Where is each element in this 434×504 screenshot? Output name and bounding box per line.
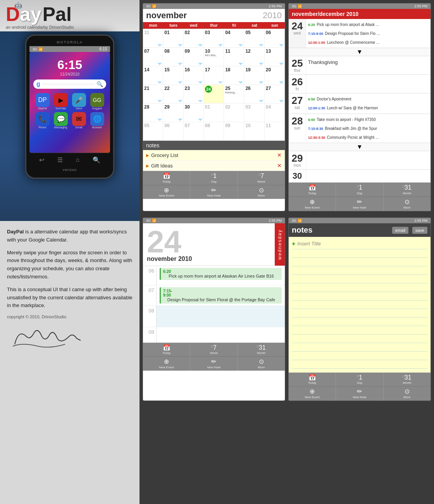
cal-day-03[interactable]: 03 [204, 29, 224, 48]
tb-newevent-day[interactable]: ⊕ New Event [143, 357, 190, 371]
cal-day-07[interactable]: 07 [143, 48, 163, 66]
cal-day-30[interactable]: 30 [184, 104, 204, 122]
cal-day-11[interactable]: 11 [224, 48, 244, 66]
tb-newnote-day[interactable]: ✏ New Note [190, 357, 238, 371]
tb-more-notes[interactable]: ⊙ More [384, 387, 431, 400]
cal-day-16[interactable]: 16 [184, 66, 204, 85]
ev-28-1[interactable]: 6:00 Take mom to airport - Flight #7350 [308, 115, 429, 123]
cal-day-25[interactable]: 25thanksg... [224, 85, 244, 104]
tb-newnote-week[interactable]: ✏ New Note [336, 197, 383, 211]
tb-newevent-month[interactable]: ⊕ New Event [143, 185, 190, 199]
tb-newnote-month[interactable]: ✏ New Note [190, 185, 238, 199]
app-icon-gmail[interactable]: ✉ [72, 112, 86, 126]
tb-week-day[interactable]: □7 Week [190, 343, 238, 357]
note-item-grocery[interactable]: ▶ Grocery List ✕ [143, 150, 285, 161]
app-icon-yt[interactable]: ▶ [54, 93, 68, 107]
cal-day-dec02[interactable]: 02 [224, 104, 244, 122]
cal-day-22[interactable]: 22 [163, 85, 183, 104]
cal-day-04[interactable]: 04 [224, 29, 244, 48]
cal-day-10[interactable]: 10Ali's Bda... [204, 48, 224, 66]
cal-day-01[interactable]: 01 [163, 29, 183, 48]
cal-day-dec04[interactable]: 04 [265, 104, 285, 122]
email-button[interactable]: email [392, 227, 408, 234]
note-editor-area[interactable]: + Insert Title [289, 237, 431, 373]
cal-day-dec06[interactable]: 06 [163, 122, 183, 141]
expand-arrow-28[interactable]: ▼ [289, 143, 431, 151]
cal-day-06[interactable]: 06 [265, 29, 285, 48]
cal-day-14[interactable]: 14 [143, 66, 163, 85]
cal-day-02[interactable]: 02 [184, 29, 204, 48]
day-events-29 [306, 151, 431, 169]
cal-day-dec07[interactable]: 07 [184, 122, 204, 141]
note-close-gift[interactable]: ✕ [277, 162, 282, 169]
cal-day-29[interactable]: 29 [163, 104, 183, 122]
tb-month-day[interactable]: □31 Month [238, 343, 285, 357]
note-title-row[interactable]: + Insert Title [292, 239, 427, 249]
cal-day-31[interactable]: 31 [143, 29, 163, 48]
tb-more-day[interactable]: ⊙ More [238, 357, 285, 371]
ev-24-3[interactable]: 12:00-1:00 Luncheon @ Commenceme ... [308, 38, 429, 46]
ev-24-2[interactable]: 7:15-9:00 Design Proposal for Stem Flo .… [308, 29, 429, 37]
cal-day-17[interactable]: 17 [204, 66, 224, 85]
tb-day-week[interactable]: □1 Day [336, 183, 383, 197]
tb-day-notes[interactable]: □1 Day [336, 373, 383, 387]
cal-day-18[interactable]: 18 [224, 66, 244, 85]
ev-27-2[interactable]: 12:00-1:30 Lunch w/ Sara @ the Harmon [308, 104, 429, 112]
ev-28-3[interactable]: 12:30-3:30 Community Picnic at Wright ..… [308, 133, 429, 141]
app-icon-goggles[interactable]: GG [90, 93, 104, 107]
app-icon-phone[interactable]: 📞 [36, 112, 50, 126]
event-07-15[interactable]: 7:15-9:00 Design Proposal for Stem Flora… [160, 287, 282, 304]
app-icon-msg[interactable]: 💬 [54, 112, 68, 126]
tb-more-week[interactable]: ⊙ More [384, 197, 431, 211]
save-button[interactable]: save [412, 227, 427, 234]
cal-day-dec09[interactable]: 09 [224, 122, 244, 141]
cal-day-05[interactable]: 05 [244, 29, 264, 48]
cal-day-dec08[interactable]: 08 [204, 122, 224, 141]
cal-day-13[interactable]: 13 [265, 48, 285, 66]
cal-day-dec01[interactable]: 01 [204, 104, 224, 122]
cal-day-09[interactable]: 09 [184, 48, 204, 66]
tb-today-month[interactable]: 📅 Today [143, 171, 190, 185]
note-close-grocery[interactable]: ✕ [277, 152, 282, 158]
cal-day-dec10[interactable]: 10 [244, 122, 264, 141]
tb-newevent-week[interactable]: ⊕ New Event [289, 197, 336, 211]
ev-27-1[interactable]: 6:50 Doctor's Apointment [308, 95, 429, 103]
tb-month-notes[interactable]: □31 Month [384, 373, 431, 387]
tb-week-month[interactable]: □7 Week [238, 171, 285, 185]
cal-day-21[interactable]: 21 [143, 85, 163, 104]
logo-Pal: Pal [43, 5, 72, 24]
tb-newnote-notes[interactable]: ✏ New Note [336, 387, 383, 400]
app-icon-dp[interactable]: DP [36, 93, 50, 107]
note-item-gift[interactable]: ▶ Gift Ideas ✕ [143, 161, 285, 171]
tb-today-day[interactable]: 📅 Today [143, 343, 190, 357]
cal-day-23[interactable]: 23 [184, 85, 204, 104]
phone-search-bar[interactable]: g 🔍 [33, 79, 106, 89]
app-icon-voice[interactable]: 🎤 [72, 93, 86, 107]
tb-month-week[interactable]: □31 Month [384, 183, 431, 197]
cal-day-08[interactable]: 08 [163, 48, 183, 66]
cal-day-12[interactable]: 12 [244, 48, 264, 66]
cal-day-15[interactable]: 15 [163, 66, 183, 85]
day-label-w: Day [357, 192, 362, 195]
expand-arrow-24[interactable]: ▼ [289, 48, 431, 56]
cal-day-dec03[interactable]: 03 [244, 104, 264, 122]
cal-day-dec05[interactable]: 05 [143, 122, 163, 141]
insert-title-placeholder: Insert Title [297, 241, 321, 247]
app-icon-browser[interactable]: 🌐 [90, 112, 104, 126]
cal-day-19[interactable]: 19 [244, 66, 264, 85]
cal-day-26[interactable]: 26 [244, 85, 264, 104]
cal-day-27[interactable]: 27 [265, 85, 285, 104]
cal-day-dec11[interactable]: 11 [265, 122, 285, 141]
tb-more-month[interactable]: ⊙ More [238, 185, 285, 199]
tb-day-month[interactable]: □1 Day [190, 171, 238, 185]
ev-24-1[interactable]: 6:20 Pick up mom from airport at Alask .… [308, 20, 429, 28]
event-06-20[interactable]: 6:20 Pick up mom from airport at Alaskan… [160, 268, 282, 280]
cal-day-28[interactable]: 28 [143, 104, 163, 122]
note-line-6 [292, 292, 427, 300]
tb-today-notes[interactable]: 📅 Today [289, 373, 336, 387]
tb-today-week[interactable]: 📅 Today [289, 183, 336, 197]
cal-day-20[interactable]: 20 [265, 66, 285, 85]
ev-28-2[interactable]: 7:15-8:30 Breakfast with Jim @ the Spur [308, 124, 429, 132]
tb-newevent-notes[interactable]: ⊕ New Event [289, 387, 336, 400]
cal-day-24-today[interactable]: 24 [204, 85, 224, 104]
